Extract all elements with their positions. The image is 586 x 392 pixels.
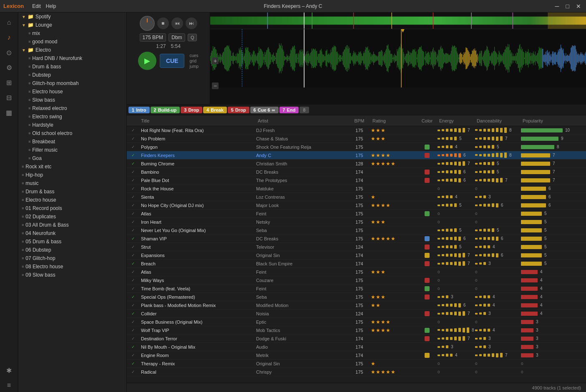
table-row[interactable]: ✓ Polygon Shock One Featuring Reija 175 …: [127, 143, 586, 151]
maximize-button[interactable]: □: [564, 3, 571, 10]
tree-item-09-slow-bass[interactable]: ≡ 09 Slow bass: [18, 271, 126, 279]
tree-item-relaxed-electro[interactable]: ≡ Relaxed electro: [18, 104, 126, 112]
col-header-energy[interactable]: Energy: [438, 118, 475, 123]
table-row[interactable]: ✓ Space Business (Original Mix) Eptic 17…: [127, 318, 586, 326]
zoom-out-button[interactable]: −: [212, 82, 219, 89]
tree-item-breakbeat[interactable]: ≡ Breakbeat: [18, 137, 126, 146]
tree-item-06-dubstep[interactable]: ≡ 06 Dubstep: [18, 246, 126, 254]
next-button[interactable]: ⏭: [186, 17, 197, 29]
table-row[interactable]: ✓ Therapy - Remix Original Sin 175 ★ o o…: [127, 360, 586, 368]
tree-item-drum-&-bass[interactable]: ≡ Drum & bass: [18, 62, 126, 71]
table-row[interactable]: ✓ Sienta Loz Contreras 175 ★ 4 3 6: [127, 193, 586, 201]
cue-option-jump[interactable]: jump: [189, 64, 199, 69]
table-row[interactable]: ✓ Strut Televisor 124 5 4 5: [127, 243, 586, 251]
tree-item-music[interactable]: ≡ music: [18, 179, 126, 187]
table-row[interactable]: ✓ Time Bomb (feat. Veela) Feint 175 o o …: [127, 285, 586, 293]
col-header-bpm[interactable]: BPM: [348, 118, 371, 123]
cue-button[interactable]: CUE: [160, 54, 185, 68]
tree-item-electro[interactable]: ▼ 📁 Electro: [18, 46, 126, 54]
tree-item-dubstep[interactable]: ≡ Dubstep: [18, 71, 126, 79]
nav-chart[interactable]: ▦: [3, 106, 16, 119]
menu-help[interactable]: Help: [46, 3, 56, 9]
table-row[interactable]: ✓ Pale Blue Dot The Prototypes 174 6 7 7: [127, 176, 586, 185]
minimize-button[interactable]: ─: [553, 3, 561, 10]
play-button[interactable]: ▶: [138, 52, 156, 70]
table-row[interactable]: ✓ Hot Right Now (Feat. Rita Ora) DJ Fres…: [127, 126, 586, 135]
cue-option-cues[interactable]: cues: [189, 53, 199, 58]
table-row[interactable]: ✓ Plank bass - Modofied Motion Remix Mod…: [127, 301, 586, 310]
nav-search[interactable]: ⊙: [3, 46, 16, 59]
tree-item-07-glitch-hop[interactable]: ≡ 07 Glitch-hop: [18, 254, 126, 262]
tree-item-08-electro-house[interactable]: ≡ 08 Electro house: [18, 262, 126, 271]
tree-item-lounge[interactable]: ▼ 📁 Lounge: [18, 21, 126, 29]
table-row[interactable]: ✓ No Problem Chase & Status 175 ★★★ 5 7 …: [127, 135, 586, 143]
table-row[interactable]: ✓ No Hope City (Original DJ mix) Major L…: [127, 201, 586, 210]
q-button[interactable]: Q: [188, 34, 197, 41]
tree-item-drum-&-bass[interactable]: ≡ Drum & bass: [18, 187, 126, 196]
tree-item-mix[interactable]: ≡ mix: [18, 29, 126, 37]
table-row[interactable]: ✓ Special Ops (Remastered) Seba 175 ★★★ …: [127, 293, 586, 301]
nav-wrench[interactable]: ✱: [3, 364, 16, 377]
tree-item-slow-bass[interactable]: ≡ Slow bass: [18, 96, 126, 104]
table-row[interactable]: ✓ Atlas Feint 175 o o 5: [127, 210, 586, 218]
cue-tag-2[interactable]: 2 Build-up: [151, 107, 180, 113]
table-row[interactable]: ✓ Shaman VIP DC Breaks 175 ★★★★★ 6 6 5: [127, 235, 586, 243]
tree-item-filler-music[interactable]: ≡ Filler music: [18, 146, 126, 154]
nav-menu[interactable]: ≡: [3, 379, 16, 392]
table-row[interactable]: ✓ Collider Noisia 124 7 3 4: [127, 310, 586, 318]
table-row[interactable]: ✓ Burning Chrome Christian Smith 128 ★★★…: [127, 160, 586, 168]
tree-item-05-drum-&-bass[interactable]: ≡ 05 Drum & bass: [18, 237, 126, 246]
nav-home[interactable]: ⌂: [3, 16, 16, 29]
col-header-pop[interactable]: Popularity: [521, 118, 571, 123]
pitch-dial[interactable]: [140, 16, 155, 31]
tree-item-good-mood[interactable]: ≡ good mood: [18, 37, 126, 46]
tree-item-02-duplicates[interactable]: ≡ 02 Duplicates: [18, 212, 126, 221]
col-header-rating[interactable]: Rating: [371, 118, 417, 123]
tree-item-old-school-electro[interactable]: ≡ Old school electro: [18, 129, 126, 137]
tree-item-04-neurofunk[interactable]: ≡ 04 Neurofunk: [18, 229, 126, 237]
tree-item-hip-hop[interactable]: ≡ Hip-hop: [18, 171, 126, 179]
col-header-dance[interactable]: Danceability: [475, 118, 521, 123]
nav-cart[interactable]: ⊟: [3, 91, 16, 104]
overview-waveform[interactable]: // Generate random bars inline via SVG -…: [210, 12, 586, 29]
key-display[interactable]: Dbm: [169, 33, 185, 42]
col-header-artist[interactable]: Artist: [256, 118, 348, 123]
nav-tag[interactable]: ⊞: [3, 76, 16, 89]
tree-item-glitch-hop-moombah[interactable]: ≡ Glitch-hop moombah: [18, 79, 126, 87]
table-row[interactable]: ✓ Finders Keepers Andy C 175 ★★★★ 6 8 7: [127, 151, 586, 160]
prev-button[interactable]: ⏮: [171, 17, 183, 29]
tree-item-electro-house[interactable]: ≡ Electro house: [18, 196, 126, 204]
nav-music[interactable]: ♪: [3, 31, 16, 44]
tree-item-hard-dnb-/-neurofunk[interactable]: ≡ Hard DNB / Neurofunk: [18, 54, 126, 62]
table-row[interactable]: ✓ Engine Room Metrik 174 4 7 3: [127, 351, 586, 360]
tree-item-01-record-pools[interactable]: ≡ 01 Record pools: [18, 204, 126, 212]
table-row[interactable]: ✓ Destination Terror Dodge & Fuski 174 7…: [127, 335, 586, 343]
tree-item-hardstyle[interactable]: ≡ Hardstyle: [18, 121, 126, 129]
menu-edit[interactable]: Edit: [32, 3, 41, 9]
table-row[interactable]: ✓ Nil By Mouth - Original Mix Audio 174 …: [127, 343, 586, 351]
app-logo[interactable]: Lexicon: [3, 3, 24, 9]
tree-item-goa[interactable]: ≡ Goa: [18, 154, 126, 162]
table-row[interactable]: ✓ Expansions Original Sin 174 7 6 5: [127, 251, 586, 260]
tree-item-spotify[interactable]: ▼ 📁 Spotify: [18, 12, 126, 21]
close-button[interactable]: ✕: [574, 3, 583, 10]
cue-tag-6[interactable]: 6 Cue 6 ∞: [250, 107, 279, 113]
waveform-area[interactable]: + −: [210, 12, 586, 104]
stop-button[interactable]: ■: [157, 17, 169, 29]
cue-tag-1[interactable]: 1 Intro: [128, 107, 150, 113]
table-row[interactable]: ✓ Iron Heart Netsky 175 ★★★ o o 5: [127, 218, 586, 226]
cue-tag-3[interactable]: 3 Drop: [181, 107, 202, 113]
table-row[interactable]: ✓ Wolf Trap VIP Mob Tactics 175 ★★★★ 8 4…: [127, 326, 586, 335]
cue-tag-8[interactable]: 8: [299, 107, 309, 113]
cue-tag-7[interactable]: 7 End: [279, 107, 299, 113]
tree-item-electro-house[interactable]: ≡ Electro house: [18, 87, 126, 96]
tree-item-03-all-drum-&-bass[interactable]: ≡ 03 All Drum & Bass: [18, 221, 126, 229]
detail-waveform[interactable]: [210, 29, 586, 87]
tree-item-rock-xit-etc[interactable]: ≡ Rock xit etc: [18, 162, 126, 171]
table-row[interactable]: ✓ Rock the House Matduke 175 o o 6: [127, 185, 586, 193]
col-header-color[interactable]: Color: [417, 118, 438, 123]
col-header-title[interactable]: Title: [139, 118, 256, 123]
zoom-in-button[interactable]: +: [212, 57, 219, 64]
table-row[interactable]: ✓ Breach Black Sun Empire 174 7 3 5: [127, 260, 586, 268]
table-row[interactable]: ✓ Radical Chrispy 175 ★★★★★ o o o: [127, 368, 586, 376]
